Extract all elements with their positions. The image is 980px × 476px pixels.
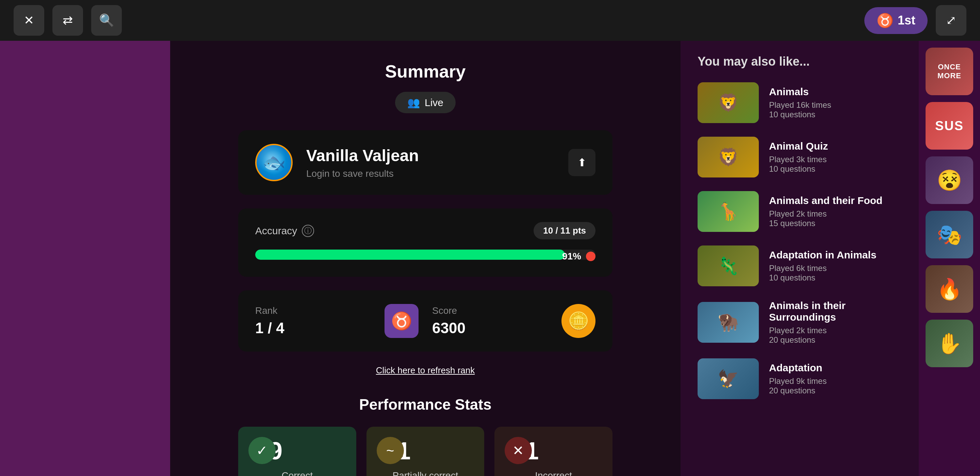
center-panel: Summary 👥 Live 🐟 Vanilla Valjean Login t… xyxy=(170,41,681,476)
shuffle-button[interactable]: ⇄ xyxy=(52,5,83,36)
rec-thumb-4: 🦬 xyxy=(698,302,759,343)
score-value: 6300 xyxy=(432,320,548,336)
toolbar-right: ♉ 1st ⤢ xyxy=(864,5,966,36)
score-section: Score 6300 xyxy=(432,305,548,336)
rec-played-0: Played 16k times xyxy=(769,100,831,110)
rec-thumb-2: 🦒 xyxy=(698,191,759,232)
rec-questions-5: 20 questions xyxy=(769,386,827,395)
user-card: 🐟 Vanilla Valjean Login to save results … xyxy=(238,130,612,195)
rec-item-2[interactable]: 🦒 Animals and their Food Played 2k times… xyxy=(698,191,902,232)
rank-icon: ♉ xyxy=(877,13,894,29)
rec-item-5[interactable]: 🦅 Adaptation Played 9k times 20 question… xyxy=(698,359,902,399)
sticker-emoji2[interactable]: 🎭 xyxy=(926,211,973,259)
sticker-emoji1[interactable]: 😵 xyxy=(926,156,973,204)
user-name: Vanilla Valjean xyxy=(306,146,555,165)
rec-played-2: Played 2k times xyxy=(769,209,882,219)
rec-item-4[interactable]: 🦬 Animals in their Surroundings Played 2… xyxy=(698,300,902,345)
sticker-emoji4[interactable]: ✋ xyxy=(926,320,973,367)
share-button[interactable]: ⬆ xyxy=(568,149,595,176)
rec-name-0: Animals xyxy=(769,86,831,98)
rec-thumb-3: 🦎 xyxy=(698,246,759,286)
info-icon[interactable]: ⓘ xyxy=(302,225,314,237)
expand-button[interactable]: ⤢ xyxy=(936,5,966,36)
progress-bar-container: 91% xyxy=(255,249,595,263)
rank-label: Rank xyxy=(255,305,371,316)
incorrect-label: Incorrect xyxy=(535,470,572,476)
accuracy-label: Accuracy ⓘ xyxy=(255,225,314,237)
rank-score-row: Rank 1 / 4 ♉ Score 6300 🪙 xyxy=(238,290,612,352)
sticker-sus[interactable]: SUS xyxy=(926,102,973,149)
rank-section: Rank 1 / 4 xyxy=(255,305,371,336)
rec-thumb-5: 🦅 xyxy=(698,359,759,399)
rec-played-1: Played 3k times xyxy=(769,155,828,164)
rec-info-5: Adaptation Played 9k times 20 questions xyxy=(769,362,827,395)
rank-icon-purple: ♉ xyxy=(385,304,418,338)
summary-title: Summary xyxy=(385,61,466,82)
sticker-once-more[interactable]: ONCE MORE xyxy=(926,48,973,95)
live-label: Live xyxy=(425,97,443,108)
rec-info-0: Animals Played 16k times 10 questions xyxy=(769,86,831,119)
sticker-emoji3[interactable]: 🔥 xyxy=(926,265,973,313)
stats-grid: ✓ 9 Correct ~ 1 Partially correct ✕ 1 In… xyxy=(238,427,612,476)
rec-name-5: Adaptation xyxy=(769,362,827,374)
correct-label: Correct xyxy=(282,470,313,476)
accuracy-header: Accuracy ⓘ 10 / 11 pts xyxy=(255,222,595,240)
stat-card-partial: ~ 1 Partially correct xyxy=(366,427,485,476)
toolbar-left: ✕ ⇄ 🔍 xyxy=(14,5,122,36)
share-icon: ⬆ xyxy=(578,156,587,169)
progress-percent: 91% xyxy=(562,251,595,262)
rank-badge-label: 1st xyxy=(898,13,915,27)
left-panel xyxy=(0,41,170,476)
rec-item-1[interactable]: 🦁 Animal Quiz Played 3k times 10 questio… xyxy=(698,137,902,178)
recommendations-title: You may also like... xyxy=(698,54,902,69)
rec-info-2: Animals and their Food Played 2k times 1… xyxy=(769,195,882,228)
partial-icon: ~ xyxy=(377,437,404,464)
stickers-panel: ONCE MORE SUS 😵 🎭 🔥 ✋ xyxy=(919,41,980,476)
score-label: Score xyxy=(432,305,548,316)
rec-name-3: Adaptation in Animals xyxy=(769,249,877,261)
toolbar: ✕ ⇄ 🔍 ♉ 1st ⤢ xyxy=(0,0,980,41)
rank-badge: ♉ 1st xyxy=(864,7,928,34)
rec-played-4: Played 2k times xyxy=(769,326,902,335)
coin-icon: 🪙 xyxy=(562,304,595,338)
incorrect-icon: ✕ xyxy=(504,437,532,464)
main-content: Summary 👥 Live 🐟 Vanilla Valjean Login t… xyxy=(0,41,980,476)
close-button[interactable]: ✕ xyxy=(14,5,44,36)
perf-title: Performance Stats xyxy=(360,396,492,413)
rec-questions-2: 15 questions xyxy=(769,219,882,228)
partial-label: Partially correct xyxy=(393,470,458,476)
user-subtitle: Login to save results xyxy=(306,168,555,179)
accuracy-card: Accuracy ⓘ 10 / 11 pts 91% xyxy=(238,208,612,277)
rec-questions-3: 10 questions xyxy=(769,273,877,282)
right-panel: You may also like... 🦁 Animals Played 16… xyxy=(681,41,919,476)
rec-played-5: Played 9k times xyxy=(769,376,827,386)
rec-thumb-1: 🦁 xyxy=(698,137,759,178)
live-icon: 👥 xyxy=(407,97,420,108)
rec-name-2: Animals and their Food xyxy=(769,195,882,206)
avatar: 🐟 xyxy=(255,144,293,181)
zoom-button[interactable]: 🔍 xyxy=(91,5,122,36)
rec-thumb-0: 🦁 xyxy=(698,82,759,123)
points-badge: 10 / 11 pts xyxy=(533,222,595,240)
rec-questions-1: 10 questions xyxy=(769,164,828,174)
user-info: Vanilla Valjean Login to save results xyxy=(306,146,555,179)
rec-item-0[interactable]: 🦁 Animals Played 16k times 10 questions xyxy=(698,82,902,123)
stat-card-correct: ✓ 9 Correct xyxy=(238,427,356,476)
rec-questions-0: 10 questions xyxy=(769,110,831,119)
progress-bar-bg xyxy=(255,249,595,260)
rec-name-4: Animals in their Surroundings xyxy=(769,300,902,323)
live-badge: 👥 Live xyxy=(395,92,456,113)
rec-questions-4: 20 questions xyxy=(769,335,902,345)
rec-name-1: Animal Quiz xyxy=(769,140,828,152)
rank-value: 1 / 4 xyxy=(255,320,371,336)
red-dot xyxy=(586,252,595,261)
stat-card-incorrect: ✕ 1 Incorrect xyxy=(495,427,612,476)
refresh-rank-link[interactable]: Click here to refresh rank xyxy=(376,365,475,376)
rec-played-3: Played 6k times xyxy=(769,263,877,273)
rec-info-4: Animals in their Surroundings Played 2k … xyxy=(769,300,902,345)
rec-info-1: Animal Quiz Played 3k times 10 questions xyxy=(769,140,828,174)
rec-info-3: Adaptation in Animals Played 6k times 10… xyxy=(769,249,877,282)
rec-item-3[interactable]: 🦎 Adaptation in Animals Played 6k times … xyxy=(698,246,902,286)
percent-text: 91% xyxy=(562,251,581,262)
progress-bar-fill xyxy=(255,249,565,260)
